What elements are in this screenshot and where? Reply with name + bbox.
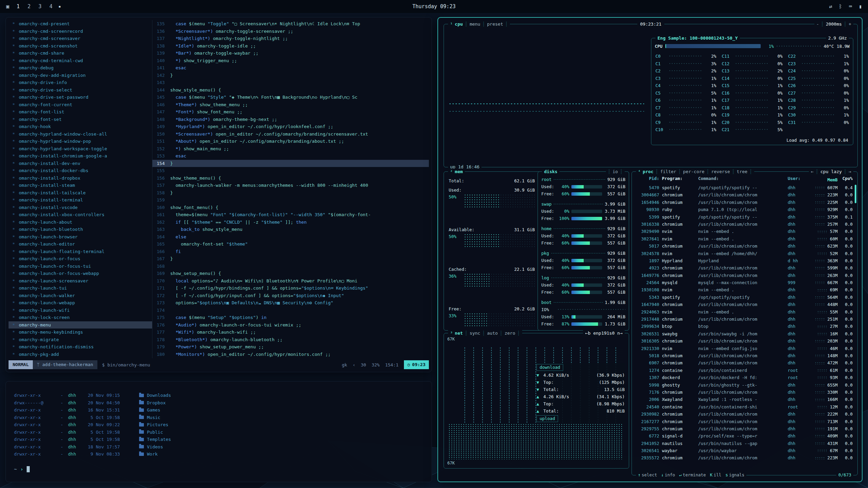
tree-item[interactable]: *omarchy-migrate [9, 336, 152, 344]
tab-io[interactable]: io [613, 168, 618, 175]
code-line[interactable]: 172 [ -f ~/.config/hypr/input.conf ] && … [152, 292, 429, 299]
process-row[interactable]: 1897HyprlandHyprlandd hh363M0.0 [635, 257, 853, 264]
process-row[interactable]: 5017chromium/usr/lib/chromium/chromdhh62… [635, 242, 853, 250]
tree-item[interactable]: *omarchy-launch-wifi [9, 307, 152, 314]
tree-item[interactable]: *omarchy-launch-browser [9, 233, 152, 241]
tree-item[interactable]: *omarchy-drive-select [9, 86, 152, 94]
process-row[interactable]: 98930rubypuma 7.1.0 (tcp://localdhh929M0… [635, 206, 853, 213]
process-row[interactable]: 1274containe/usr/bin/containerdroot61M0.… [635, 367, 853, 374]
tree-item[interactable]: *omarchy-menu-keybindings [9, 329, 152, 336]
code-line[interactable]: 180 *Monitors*) open_in_editor ~/.config… [152, 351, 429, 358]
code-line[interactable]: 171 [ -f ~/.config/hypr/bindings.conf ] … [152, 284, 429, 292]
process-scrollbar[interactable] [855, 185, 856, 203]
workspace-2[interactable]: 2 [26, 3, 32, 10]
proc-percore-button[interactable]: per-core [683, 168, 705, 175]
proc-header-memb[interactable]: MemB [806, 176, 838, 183]
process-row[interactable]: 3004667chromium/usr/lib/chromium/chromdh… [635, 191, 853, 198]
tree-item[interactable]: *omarchy-launch-about [9, 219, 152, 226]
net-zero-button[interactable]: zero [504, 330, 515, 337]
process-row[interactable]: 1647940chromium/usr/lib/chromium/chromdh… [635, 301, 853, 308]
proc-reverse-button[interactable]: reverse [711, 168, 730, 175]
tree-item[interactable]: *omarchy-launch-bluetooth [9, 226, 152, 233]
code-line[interactable]: 169show_setup_menu() { [152, 270, 429, 277]
code-line[interactable]: 153 esac [152, 152, 429, 160]
keyboard-icon[interactable]: ⌨ [849, 3, 852, 10]
process-row[interactable]: 6907chromium/usr/lib/chromium/chromdhh47… [635, 359, 853, 366]
interval-plus-button[interactable]: + [849, 21, 851, 28]
process-row[interactable]: 2924063nvimnvim --embed .dhh55M0.0 [635, 308, 853, 316]
tree-item[interactable]: *omarchy-notification-dismiss [9, 343, 152, 351]
code-line[interactable]: 174 [152, 307, 429, 314]
process-row[interactable]: 5018chromium/usr/lib/chromium/chromdhh14… [635, 352, 853, 359]
process-row[interactable]: 5343spotify/opt/spotify/spotifydhh564M0.… [635, 294, 853, 301]
tree-item[interactable]: *omarchy-launch-editor [9, 240, 152, 248]
tree-item[interactable]: *omarchy-install-vscode [9, 204, 152, 211]
tree-item[interactable]: *omarchy-launch-webapp [9, 299, 152, 307]
tree-item[interactable]: *omarchy-cmd-screensaver [9, 35, 152, 42]
process-row[interactable]: 2941052nautilus/usr/bin/nautilus --gapdh… [635, 440, 853, 447]
process-row[interactable]: 3029490nvimnvim --embed .dhh57M0.0 [635, 228, 853, 235]
code-line[interactable]: 135 case $(menu "Toggle" "▢ Screensaver\… [152, 20, 429, 28]
tree-item[interactable]: *omarchy-install-steam [9, 182, 152, 189]
tree-item[interactable]: *omarchy-drive-info [9, 79, 152, 86]
code-line[interactable]: 138 *Idle*) omarchy-toggle-idle ;; [152, 42, 429, 50]
process-row[interactable]: 1307dockerd/usr/bin/dockerd -H fd:root93… [635, 374, 853, 381]
proc-header-user[interactable]: User: [788, 176, 806, 183]
process-row[interactable]: 2999634btopbtopdhh27M0.0 [635, 323, 853, 330]
process-row[interactable]: 2006XwaylandXwayland :1 -rootless -dhh16… [635, 396, 853, 403]
code-pane[interactable]: 135 case $(menu "Toggle" "▢ Screensaver\… [152, 20, 429, 358]
tree-item[interactable]: *omarchy-install-chromium-google-a [9, 152, 152, 160]
code-line[interactable]: 145 case $(menu "Style" "◈ Theme\n✎ Font… [152, 94, 429, 101]
process-row[interactable]: 1649776chromium/usr/lib/chromium/chromdh… [635, 272, 853, 279]
workspace-4[interactable]: 4 [48, 3, 54, 10]
tree-item[interactable]: *omarchy-install-dev-env [9, 160, 152, 167]
tree-item[interactable]: *omarchy-cmd-share [9, 50, 152, 57]
code-line[interactable]: 177 *Wifi*) omarchy-launch-wifi ;; [152, 329, 429, 336]
process-row[interactable]: 7176chromium/usr/lib/chromium/chromdhh33… [635, 389, 853, 396]
process-row[interactable]: 5998ghostty/usr/bin/ghostty --gtk-dhh655… [635, 381, 853, 389]
cpu-menu-button[interactable]: menu [470, 21, 480, 28]
code-line[interactable]: 142} [152, 72, 429, 79]
sort-next-button[interactable]: → [849, 168, 851, 175]
tree-item[interactable]: *omarchy-launch-screensaver [9, 277, 152, 285]
code-line[interactable]: 152 *) show_main_menu ;; [152, 145, 429, 153]
process-row[interactable]: 3024578nvimnvim --embed /home/dhh/dhh52M… [635, 250, 853, 257]
code-line[interactable]: 175 case $(menu "Setup" "$options") in [152, 314, 429, 321]
process-row[interactable]: 2921330nvimnvim --embed config.jsodhh46M… [635, 345, 853, 352]
tree-item[interactable]: *omarchy-lock-screen [9, 314, 152, 321]
tree-item[interactable]: *omarchy-drive-set-password [9, 94, 152, 101]
process-row[interactable]: 3027641nvimnvim --embed .dhh60M0.0 [635, 235, 853, 242]
proc-header-command[interactable]: Command: [698, 176, 788, 183]
process-row[interactable]: 4923chromium/usr/lib/chromium/chromdhh59… [635, 264, 853, 271]
code-line[interactable]: 151 *About*) open_in_editor ~/.config/om… [152, 138, 429, 145]
code-line[interactable]: 178 *Bluetooth*) omarchy-launch-bluetoot… [152, 336, 429, 344]
proc-filter-button[interactable]: filter [660, 168, 676, 175]
tree-item[interactable]: *omarchy-pkg-add [9, 351, 152, 358]
interval-minus-button[interactable]: - [816, 21, 819, 28]
battery-icon[interactable]: ▮ [859, 3, 862, 10]
screencast-icon[interactable]: ⇄ [829, 3, 832, 10]
tree-item[interactable]: *omarchy-install-dropbox [9, 175, 152, 182]
process-row[interactable]: 2929755chromium/usr/lib/chromium/chromdh… [635, 425, 853, 432]
code-line[interactable]: 157 omarchy-launch-walker -m menus:omarc… [152, 182, 429, 189]
code-line[interactable]: 156show_theme_menu() { [152, 175, 429, 182]
tree-item[interactable]: *omarchy-install-terminal [9, 196, 152, 204]
proc-header-program[interactable]: Program: [662, 176, 698, 183]
code-line[interactable]: 155 [152, 167, 429, 175]
proc-action-terminate[interactable]: ↵terminate [679, 472, 706, 478]
tree-item[interactable]: *omarchy-dev-add-migration [9, 72, 152, 79]
code-line[interactable]: 179 *Power*) show_setup_power_menu ;; [152, 343, 429, 351]
proc-header-pid[interactable]: Pid: [635, 176, 662, 183]
process-row[interactable]: 3016305chromium/usr/lib/chromium/chromdh… [635, 337, 853, 345]
process-row[interactable]: 3016338chromium/usr/lib/chromium/chromdh… [635, 221, 853, 228]
tree-item[interactable]: *omarchy-install-xbox-controllers [9, 211, 152, 219]
tree-item[interactable]: *omarchy-launch-or-focus [9, 255, 152, 263]
tree-item[interactable]: *omarchy-cmd-present [9, 20, 152, 28]
proc-action-info[interactable]: ↓info [661, 472, 675, 478]
code-line[interactable]: 160show_font_menu() { [152, 204, 429, 211]
tree-item[interactable]: *omarchy-font-current [9, 101, 152, 109]
tree-item[interactable]: *omarchy-hook [9, 123, 152, 130]
tab-disks[interactable]: disks [544, 168, 557, 175]
process-row[interactable]: 1654946chromium/usr/lib/chromium/chromdh… [635, 199, 853, 206]
launcher-icon[interactable]: ▣ [6, 3, 9, 10]
